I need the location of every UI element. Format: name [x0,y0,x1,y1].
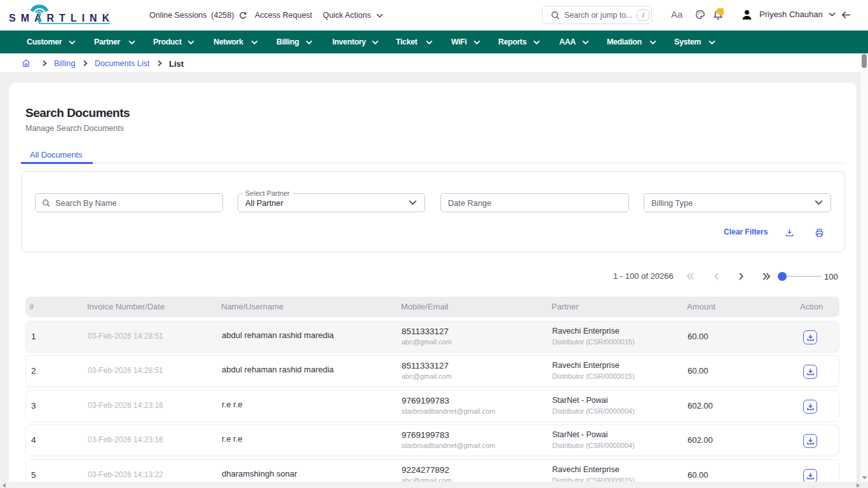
svg-text:SMARTLINK: SMARTLINK [9,13,114,24]
